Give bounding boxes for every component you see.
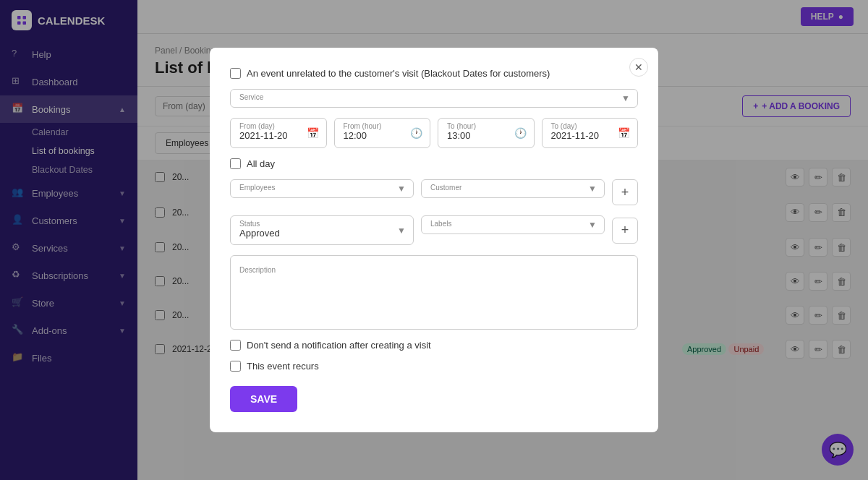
service-chevron-icon: ▼ <box>621 93 630 103</box>
description-input[interactable] <box>239 277 629 320</box>
service-row: Service ▼ <box>230 89 638 108</box>
blackout-checkbox[interactable] <box>230 68 241 79</box>
labels-select[interactable]: Labels ▼ <box>421 215 605 234</box>
no-notification-row: Don't send a notification after creating… <box>230 340 638 351</box>
service-select[interactable]: Service ▼ <box>230 89 638 108</box>
customer-label: Customer <box>430 184 461 192</box>
no-notification-label: Don't send a notification after creating… <box>247 340 431 351</box>
from-day-input[interactable]: 2021-11-20 <box>239 129 318 141</box>
recurs-checkbox[interactable] <box>230 361 241 372</box>
allday-row: All day <box>230 158 638 169</box>
labels-value <box>430 226 595 228</box>
from-day-field[interactable]: From (day) 2021-11-20 📅 <box>230 118 327 148</box>
calendar-icon-2: 📅 <box>618 127 630 139</box>
description-label: Description <box>239 266 629 274</box>
clock-icon-2: 🕐 <box>514 127 527 139</box>
calendar-icon: 📅 <box>307 127 319 139</box>
status-value: Approved <box>239 226 404 239</box>
employees-customer-row: Employees ▼ Customer ▼ + <box>230 179 638 205</box>
to-day-input[interactable]: 2021-11-20 <box>551 129 629 141</box>
recurs-row: This event recurs <box>230 361 638 372</box>
labels-chevron-icon: ▼ <box>588 220 597 230</box>
blackout-label: An event unrelated to the customer's vis… <box>247 68 550 79</box>
to-day-field[interactable]: To (day) 2021-11-20 📅 <box>542 118 639 148</box>
status-label: Status <box>239 220 260 228</box>
from-hour-input[interactable]: 12:00 <box>344 129 422 141</box>
service-value <box>239 100 629 101</box>
customer-select[interactable]: Customer ▼ <box>421 179 605 198</box>
labels-label: Labels <box>430 220 451 228</box>
no-notification-checkbox[interactable] <box>230 340 241 351</box>
status-select[interactable]: Status Approved ▼ <box>230 215 414 245</box>
allday-label: All day <box>247 158 275 169</box>
allday-checkbox[interactable] <box>230 158 241 169</box>
customer-chevron-icon: ▼ <box>588 184 597 194</box>
employees-chevron-icon: ▼ <box>397 184 406 194</box>
service-label: Service <box>239 93 263 101</box>
status-chevron-icon: ▼ <box>397 226 406 236</box>
save-button[interactable]: SAVE <box>230 386 297 412</box>
status-labels-row: Status Approved ▼ Labels ▼ + <box>230 215 638 245</box>
modal-overlay: ✕ An event unrelated to the customer's v… <box>0 0 868 480</box>
description-field: Description <box>230 255 638 330</box>
modal-close-button[interactable]: ✕ <box>629 58 648 77</box>
clock-icon: 🕐 <box>410 127 422 139</box>
recurs-label: This event recurs <box>247 361 319 372</box>
blackout-row: An event unrelated to the customer's vis… <box>230 68 638 79</box>
booking-modal: ✕ An event unrelated to the customer's v… <box>210 48 658 432</box>
to-hour-field[interactable]: To (hour) 13:00 🕐 <box>438 118 535 148</box>
add-customer-button[interactable]: + <box>612 179 638 205</box>
employees-label: Employees <box>239 184 275 192</box>
datetime-row: From (day) 2021-11-20 📅 From (hour) 12:0… <box>230 118 638 148</box>
employees-select[interactable]: Employees ▼ <box>230 179 414 198</box>
to-hour-input[interactable]: 13:00 <box>447 129 525 141</box>
add-label-button[interactable]: + <box>612 218 638 244</box>
from-hour-field[interactable]: From (hour) 12:00 🕐 <box>334 118 431 148</box>
